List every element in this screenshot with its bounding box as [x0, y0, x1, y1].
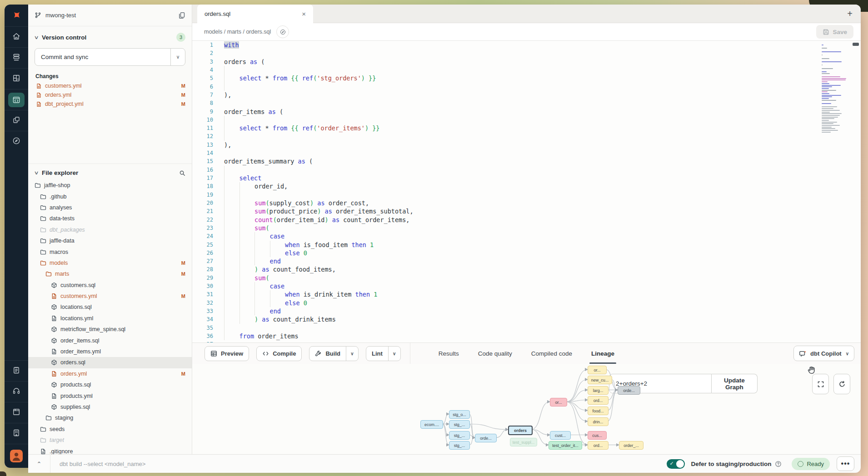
rail-item-windows[interactable] [5, 110, 28, 131]
tree-item-orders.yml[interactable]: orders.ymlM [28, 368, 192, 379]
code-line[interactable]: 2 [192, 49, 861, 57]
lineage-node-larg[interactable]: larg... [588, 386, 609, 395]
code-line[interactable]: 5select * from {{ ref('stg_orders') }} [192, 74, 861, 82]
tree-item-products.sql[interactable]: products.sql [28, 379, 192, 390]
tree-item-jaffle-data[interactable]: jaffle-data [28, 235, 192, 246]
chevron-down-icon[interactable]: ∨ [34, 170, 39, 176]
tree-item-seeds[interactable]: seeds [28, 424, 192, 435]
tree-item-macros[interactable]: macros [28, 246, 192, 257]
lineage-node-test_order_it[interactable]: test_order_it... [549, 441, 582, 450]
chevron-down-icon[interactable]: ∨ [388, 347, 400, 361]
tree-item-order_items.yml[interactable]: order_items.yml [28, 346, 192, 357]
code-line[interactable]: 29sum( [192, 274, 861, 282]
lineage-graph-panel[interactable]: Update Graph ecom....stg_o...stg_...stg_… [192, 364, 861, 468]
lineage-node-stg_[interactable]: stg_... [449, 441, 470, 450]
more-options-button[interactable]: ••• [837, 456, 854, 471]
new-tab-button[interactable]: + [847, 9, 853, 19]
scrollbar-thumb[interactable] [853, 43, 859, 46]
code-line[interactable]: 14 [192, 149, 861, 157]
compile-button[interactable]: Compile [256, 346, 302, 361]
lineage-node-stg_o[interactable]: stg_o... [449, 410, 470, 419]
build-button[interactable]: Build∨ [309, 346, 359, 361]
changed-file-dbt_project.yml[interactable]: dbt_project.ymlM [28, 99, 192, 109]
code-line[interactable]: 33end [192, 307, 861, 315]
lineage-node-ord[interactable]: ord... [588, 441, 609, 450]
panel-tab-results[interactable]: Results [439, 343, 459, 364]
dbt-copilot-button[interactable]: dbt Copilot ∨ [793, 346, 854, 361]
rail-item-browser[interactable] [5, 402, 28, 423]
minimap[interactable] [822, 45, 850, 133]
lineage-node-orders[interactable]: orders [508, 426, 533, 435]
tree-item-target[interactable]: target [28, 435, 192, 446]
expand-command-bar-button[interactable]: ⌃ [28, 461, 50, 467]
changed-file-customers.yml[interactable]: customers.ymlM [28, 81, 192, 90]
rail-item-clipboard[interactable] [5, 360, 28, 381]
code-line[interactable]: 19 [192, 191, 861, 199]
rail-item-compass[interactable] [5, 131, 28, 152]
code-line[interactable]: 13), [192, 141, 861, 149]
tree-item-orders.sql[interactable]: orders.sql [28, 357, 192, 368]
tree-item-analyses[interactable]: analyses [28, 202, 192, 213]
tree-item-customers.yml[interactable]: customers.ymlM [28, 291, 192, 302]
tree-item-data-tests[interactable]: data-tests [28, 213, 192, 224]
tree-item-locations.sql[interactable]: locations.sql [28, 302, 192, 312]
lineage-node-stg_[interactable]: stg_... [449, 420, 470, 429]
rail-item-layers[interactable] [5, 47, 28, 68]
defer-toggle[interactable]: ✓ [667, 459, 685, 469]
code-line[interactable]: 35 [192, 324, 861, 332]
lint-button[interactable]: Lint∨ [366, 346, 401, 361]
code-line[interactable]: 28) as count_food_items, [192, 265, 861, 273]
code-line[interactable]: 16 [192, 166, 861, 174]
rail-item-kiosk[interactable] [5, 423, 28, 444]
code-line[interactable]: 9order_items as ( [192, 108, 861, 116]
user-avatar[interactable] [5, 444, 28, 468]
code-line[interactable]: 7), [192, 91, 861, 99]
lineage-node-ord[interactable]: ord... [588, 396, 609, 405]
code-line[interactable]: 4 [192, 66, 861, 74]
tree-item-jaffle-shop[interactable]: jaffle-shop [28, 180, 192, 191]
code-line[interactable]: 25when is_food_item then 1 [192, 241, 861, 249]
code-line[interactable]: 11select * from {{ ref('order_items') }} [192, 124, 861, 132]
lineage-node-cust[interactable]: cust... [550, 431, 571, 440]
changed-file-orders.yml[interactable]: orders.ymlM [28, 90, 192, 99]
tree-item-staging[interactable]: staging [28, 412, 192, 423]
rail-item-code-editor[interactable] [5, 89, 28, 110]
code-line[interactable]: 32else 0 [192, 299, 861, 307]
panel-tab-lineage[interactable]: Lineage [591, 343, 614, 364]
save-button[interactable]: Save [816, 25, 853, 39]
preview-button[interactable]: Preview [205, 346, 249, 361]
tree-item-dbt_packages[interactable]: dbt_packages [28, 224, 192, 235]
rail-item-grid[interactable] [5, 68, 28, 89]
code-line[interactable]: 3orders as ( [192, 58, 861, 66]
tree-item-locations.yml[interactable]: locations.yml [28, 313, 192, 324]
code-line[interactable]: 8 [192, 99, 861, 107]
tab-orders-sql[interactable]: orders.sql × [197, 5, 313, 23]
tree-item-metricflow_time_spine.sql[interactable]: metricflow_time_spine.sql [28, 324, 192, 335]
chevron-down-icon[interactable]: ∨ [34, 35, 39, 40]
code-line[interactable]: 18order_id, [192, 182, 861, 190]
code-line[interactable]: 31when is_drink_item then 1 [192, 290, 861, 298]
tree-item-.github[interactable]: .github [28, 191, 192, 202]
lineage-node-food[interactable]: food... [588, 407, 609, 415]
dbt-logo[interactable] [5, 5, 28, 26]
copy-docs-icon[interactable] [178, 12, 185, 19]
code-line[interactable]: 22count(order_item_id) as count_order_it… [192, 216, 861, 224]
commit-dropdown[interactable]: ∨ [170, 49, 185, 65]
code-line[interactable]: 27end [192, 257, 861, 265]
commit-and-sync-button[interactable]: Commit and sync ∨ [35, 48, 185, 66]
tree-item-models[interactable]: modelsM [28, 258, 192, 268]
lineage-node-ecom[interactable]: ecom.... [420, 420, 443, 429]
chevron-down-icon[interactable]: ∨ [346, 347, 358, 361]
explore-lineage-button[interactable] [276, 25, 289, 38]
tree-item-order_items.sql[interactable]: order_items.sql [28, 335, 192, 346]
rail-item-home[interactable] [5, 26, 28, 47]
lineage-node-orde[interactable]: orde... [475, 434, 497, 442]
help-icon[interactable] [775, 461, 782, 467]
lineage-node-or[interactable]: or... [588, 366, 607, 374]
tree-item-supplies.sql[interactable]: supplies.sql [28, 402, 192, 412]
close-icon[interactable]: × [300, 10, 308, 18]
code-line[interactable]: 12 [192, 132, 861, 140]
code-line[interactable]: 21sum(product_price) as order_items_subt… [192, 207, 861, 215]
code-line[interactable]: 20sum(supply_cost) as order_cost, [192, 199, 861, 207]
lineage-node-orde[interactable]: orde... [618, 386, 640, 395]
